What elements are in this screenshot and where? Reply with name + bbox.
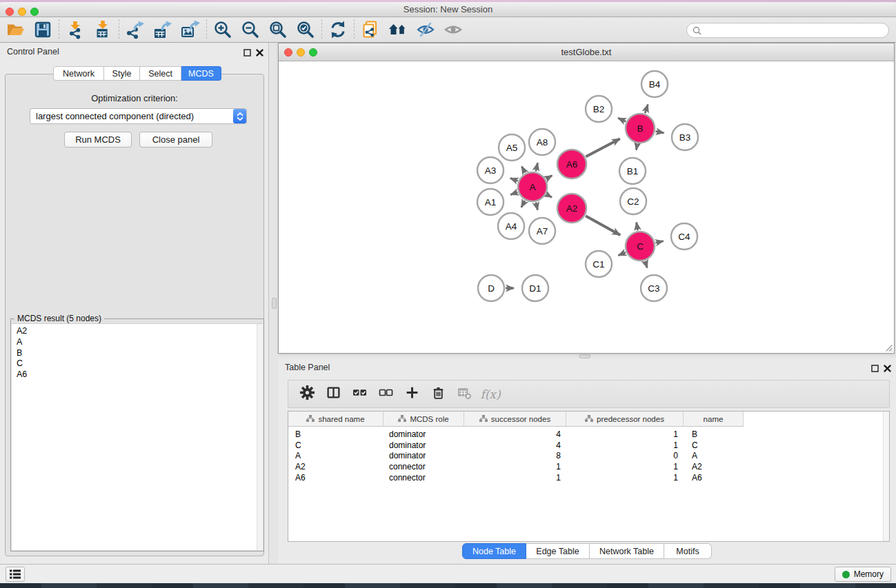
- first-neighbors-button[interactable]: [384, 19, 412, 41]
- zoom-selected-button[interactable]: [292, 19, 319, 41]
- task-history-button[interactable]: [6, 567, 25, 582]
- tab-select[interactable]: Select: [140, 66, 181, 81]
- cell-name[interactable]: B: [684, 429, 744, 439]
- graph-node-C3[interactable]: C3: [641, 275, 667, 301]
- table-row[interactable]: Bdominator41B: [288, 429, 889, 440]
- column-header-predecessor-nodes[interactable]: predecessor nodes: [566, 412, 684, 427]
- cell-predecessor-nodes[interactable]: 1: [566, 462, 684, 472]
- cell-name[interactable]: A: [684, 451, 744, 460]
- graph-edge-A2-C[interactable]: [586, 216, 620, 235]
- table-scrollbar[interactable]: [883, 412, 889, 541]
- cell-name[interactable]: A6: [684, 473, 744, 483]
- graph-node-C1[interactable]: C1: [586, 251, 612, 277]
- close-panel-icon[interactable]: [255, 48, 264, 57]
- graph-node-A6[interactable]: A6: [557, 150, 586, 179]
- import-table-button[interactable]: [89, 19, 117, 41]
- cell-shared-name[interactable]: A: [288, 451, 384, 460]
- resize-grip-icon[interactable]: [884, 343, 893, 352]
- export-image-button[interactable]: [177, 19, 204, 41]
- zoom-in-button[interactable]: [209, 19, 237, 41]
- memory-button[interactable]: Memory: [835, 567, 891, 582]
- graph-edge-C-C3[interactable]: [645, 261, 647, 268]
- cell-predecessor-nodes[interactable]: 0: [566, 451, 684, 460]
- search-input[interactable]: [705, 24, 882, 37]
- cell-predecessor-nodes[interactable]: 1: [566, 473, 684, 483]
- cell-successor-nodes[interactable]: 4: [464, 440, 566, 450]
- apply-layout-button[interactable]: [324, 19, 352, 41]
- cell-successor-nodes[interactable]: 1: [464, 473, 566, 483]
- network-canvas[interactable]: B4B2BB3A5A8A6A3AA1B1C2A2A4A7CC4C1C3DD1: [279, 61, 894, 353]
- close-panel-button[interactable]: Close panel: [139, 132, 212, 148]
- zoom-fit-button[interactable]: [264, 19, 292, 41]
- table-row[interactable]: Adominator80A: [288, 451, 889, 462]
- import-network-button[interactable]: [61, 19, 89, 41]
- graph-node-A1[interactable]: A1: [477, 189, 504, 215]
- graph-edge-B-B4[interactable]: [645, 105, 648, 114]
- table-options-gear-button[interactable]: [294, 383, 320, 406]
- tab-style[interactable]: Style: [104, 66, 140, 81]
- table-tab-edge-table[interactable]: Edge Table: [526, 543, 590, 559]
- cell-name[interactable]: A2: [684, 462, 744, 472]
- cell-predecessor-nodes[interactable]: 1: [566, 440, 684, 450]
- column-header-name[interactable]: name: [684, 412, 744, 427]
- column-header-mcds-role[interactable]: MCDS role: [384, 412, 464, 427]
- graph-node-A2[interactable]: A2: [557, 194, 586, 223]
- graph-node-B2[interactable]: B2: [586, 96, 612, 122]
- mcds-result-item[interactable]: A6: [12, 369, 263, 381]
- export-table-button[interactable]: [149, 19, 177, 41]
- deselect-all-columns-button[interactable]: [372, 383, 399, 406]
- cell-successor-nodes[interactable]: 8: [464, 451, 566, 460]
- table-row[interactable]: A6connector11A6: [288, 472, 889, 483]
- graph-edge-B-B3[interactable]: [656, 132, 664, 133]
- graph-node-A7[interactable]: A7: [529, 218, 555, 244]
- graph-edge-A-A6[interactable]: [546, 176, 552, 179]
- tab-mcds[interactable]: MCDS: [181, 66, 221, 81]
- mcds-result-item[interactable]: C: [12, 358, 263, 369]
- table-tab-network-table[interactable]: Network Table: [590, 543, 664, 559]
- show-all-button[interactable]: [439, 19, 467, 41]
- table-float-panel-icon[interactable]: [870, 364, 879, 373]
- mcds-result-item[interactable]: B: [12, 348, 263, 359]
- graph-edge-A-A7[interactable]: [536, 203, 538, 210]
- graph-node-A8[interactable]: A8: [529, 129, 555, 155]
- criterion-dropdown[interactable]: largest connected component (directed): [30, 108, 247, 124]
- cell-name[interactable]: C: [684, 440, 744, 450]
- graph-edge-A6-B[interactable]: [586, 139, 619, 156]
- graph-node-B1[interactable]: B1: [619, 158, 646, 184]
- new-network-from-selection-button[interactable]: [357, 19, 384, 41]
- cell-successor-nodes[interactable]: 4: [464, 429, 566, 439]
- save-session-button[interactable]: [29, 19, 57, 41]
- show-columns-button[interactable]: [320, 383, 346, 406]
- cell-predecessor-nodes[interactable]: 1: [566, 429, 684, 439]
- graph-edge-A-A8[interactable]: [536, 163, 538, 171]
- graph-edge-C-C1[interactable]: [618, 252, 626, 256]
- graph-node-C4[interactable]: C4: [671, 223, 697, 250]
- table-close-panel-icon[interactable]: [883, 364, 892, 373]
- graph-node-A4[interactable]: A4: [498, 213, 524, 239]
- cell-mcds-role[interactable]: dominator: [384, 440, 464, 450]
- cell-mcds-role[interactable]: dominator: [384, 429, 464, 439]
- graph-node-B[interactable]: B: [626, 114, 655, 143]
- open-file-button[interactable]: [1, 19, 29, 41]
- graph-edge-A-A3[interactable]: [510, 178, 518, 181]
- graph-edge-B-B2[interactable]: [618, 118, 626, 121]
- graph-edge-A-A5[interactable]: [521, 166, 525, 172]
- zoom-out-button[interactable]: [237, 19, 264, 41]
- graph-node-D[interactable]: D: [478, 275, 504, 301]
- table-row[interactable]: Cdominator41C: [288, 440, 889, 451]
- run-mcds-button[interactable]: Run MCDS: [64, 132, 132, 148]
- column-header-shared-name[interactable]: shared name: [288, 412, 384, 427]
- mcds-list-scrollbar[interactable]: [257, 324, 263, 550]
- graph-node-B3[interactable]: B3: [672, 124, 698, 150]
- graph-edge-A-A1[interactable]: [510, 192, 517, 195]
- graph-edge-C-C4[interactable]: [656, 241, 664, 243]
- graph-node-C[interactable]: C: [626, 232, 655, 261]
- cell-mcds-role[interactable]: dominator: [384, 451, 464, 460]
- cell-shared-name[interactable]: B: [288, 429, 384, 439]
- table-tab-motifs[interactable]: Motifs: [664, 543, 712, 559]
- graph-node-A3[interactable]: A3: [477, 157, 504, 183]
- create-column-button[interactable]: [399, 383, 425, 406]
- graph-edge-B-B1[interactable]: [636, 144, 637, 150]
- graph-edge-A-A4[interactable]: [521, 201, 525, 207]
- graph-edge-C-C2[interactable]: [637, 223, 638, 231]
